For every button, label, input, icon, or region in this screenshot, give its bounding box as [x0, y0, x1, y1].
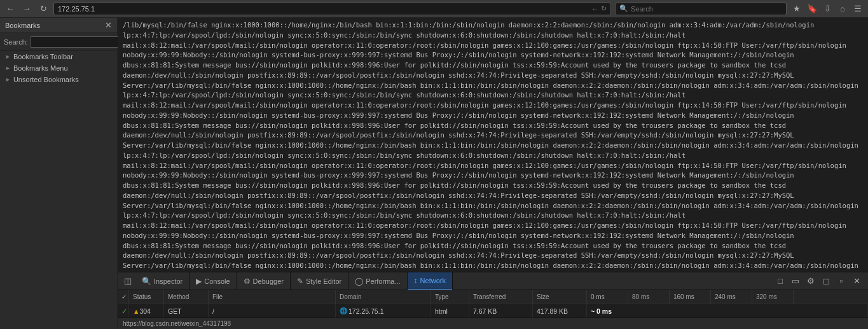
col-domain[interactable]: Domain: [336, 290, 431, 304]
col-check: ✓: [118, 290, 129, 304]
devtools-dock-button[interactable]: ◫: [120, 276, 135, 286]
row-file: /: [209, 304, 336, 318]
sidebar-item-bookmarks-toolbar[interactable]: ► Bookmarks Toolbar: [0, 51, 117, 62]
col-file[interactable]: File: [209, 290, 336, 304]
col-size-label: Size: [537, 293, 549, 300]
tab-debugger[interactable]: ⚙ Debugger: [237, 272, 291, 290]
globe-icon: 🌐: [340, 307, 347, 314]
devtools-close-button[interactable]: ✕: [850, 275, 863, 288]
tab-performance[interactable]: ◯ Performa...: [348, 272, 407, 290]
inspector-icon: 🔍: [142, 277, 151, 286]
warn-icon: ▲: [133, 307, 139, 315]
col-160ms-label: 160 ms: [673, 293, 694, 300]
menu-button[interactable]: ☰: [851, 3, 864, 15]
col-method[interactable]: Method: [164, 290, 209, 304]
col-240ms-label: 240 ms: [715, 293, 736, 300]
domain-value: 172.25.75.1: [348, 307, 383, 315]
col-320ms: 320 ms: [752, 290, 794, 304]
timing-value: ~ 0 ms: [591, 307, 612, 315]
file-value: /: [212, 307, 214, 315]
devtools-settings-button[interactable]: ⚙: [804, 275, 817, 288]
col-80ms-label: 80 ms: [632, 293, 649, 300]
sidebar-item-label: Unsorted Bookmarks: [13, 76, 79, 83]
devtools-tab-bar: ◫ 🔍 Inspector ▶ Console ⚙ Debugger ✎ Sty…: [118, 272, 868, 290]
reload-button[interactable]: ↻: [37, 3, 50, 15]
col-domain-label: Domain: [340, 293, 361, 300]
method-value: GET: [168, 307, 182, 315]
col-type[interactable]: Type: [431, 290, 469, 304]
expand-arrow-icon: ►: [5, 76, 11, 83]
row-check: ✓: [118, 304, 129, 318]
home-button[interactable]: ⌂: [836, 3, 849, 15]
tab-style-editor-label: Style Editor: [306, 277, 341, 285]
col-size[interactable]: Size: [533, 290, 587, 304]
row-size: 417.89 KB: [533, 304, 587, 318]
status-code: 304: [139, 307, 151, 315]
console-icon: ▶: [196, 277, 202, 286]
search-bar[interactable]: 🔍: [615, 3, 787, 15]
col-status[interactable]: Status: [129, 290, 164, 304]
sidebar-header: Bookmarks ✕: [0, 18, 117, 33]
url-text: 172.25.75.1: [58, 5, 589, 13]
col-240ms: 240 ms: [711, 290, 752, 304]
row-status: ▲ 304: [129, 304, 164, 318]
row-method: GET: [164, 304, 209, 318]
tab-console[interactable]: ▶ Console: [189, 272, 237, 290]
tab-performance-label: Performa...: [366, 277, 400, 285]
search-input[interactable]: [631, 5, 782, 13]
debugger-icon: ⚙: [244, 277, 251, 286]
col-file-label: File: [212, 293, 223, 300]
tab-inspector-label: Inspector: [154, 277, 183, 285]
tab-console-label: Console: [204, 277, 230, 285]
star-button[interactable]: ★: [790, 3, 803, 15]
status-bar: https://blog.csdn.net/weixin_44317198: [118, 318, 868, 329]
size-value: 417.89 KB: [537, 307, 568, 315]
sidebar-item-label: Bookmarks Menu: [13, 64, 68, 72]
style-editor-icon: ✎: [297, 277, 303, 286]
network-row[interactable]: ✓ ▲ 304 GET / 🌐 172.25.75.1 html 7.67 KB: [118, 304, 868, 318]
content-area: Bookmarks ✕ Search: 🔍 ► Bookmarks Toolba…: [0, 18, 868, 329]
main-content: /lib/mysql:/bin/false nginx:x:1000:1000:…: [118, 18, 868, 329]
sidebar-close-button[interactable]: ✕: [105, 20, 112, 30]
col-transferred[interactable]: Transferred: [469, 290, 533, 304]
sidebar-search-bar: Search: 🔍: [0, 33, 117, 51]
devtools-screenshot-button[interactable]: □: [774, 275, 787, 288]
devtools-actions: □ ▭ ⚙ ◻ ▫ ✕: [771, 275, 865, 288]
tab-network[interactable]: ↕ Network: [408, 272, 453, 290]
browser-toolbar: ← → ↻ 172.25.75.1 ← ↻ 🔍 ★ 🔖 ⇩ ⌂ ☰: [0, 0, 868, 18]
sidebar-item-unsorted-bookmarks[interactable]: ► Unsorted Bookmarks: [0, 74, 117, 85]
sidebar-search-input[interactable]: [31, 36, 125, 48]
col-status-label: Status: [133, 293, 151, 300]
transferred-value: 7.67 KB: [473, 307, 497, 315]
back-button[interactable]: ←: [4, 3, 17, 15]
col-320ms-label: 320 ms: [756, 293, 777, 300]
devtools-responsive-button[interactable]: ▭: [789, 275, 802, 288]
tab-inspector[interactable]: 🔍 Inspector: [135, 272, 189, 290]
col-method-label: Method: [168, 293, 189, 300]
forward-button[interactable]: →: [20, 3, 33, 15]
expand-arrow-icon: ►: [5, 65, 11, 71]
devtools-undock-button[interactable]: ▫: [835, 275, 848, 288]
tab-style-editor[interactable]: ✎ Style Editor: [291, 272, 348, 290]
row-timing: ~ 0 ms: [587, 304, 868, 318]
col-check-label: ✓: [121, 293, 127, 300]
sidebar-search-label: Search:: [4, 38, 28, 46]
url-bar[interactable]: 172.25.75.1 ← ↻: [53, 3, 611, 15]
expand-arrow-icon: ►: [5, 53, 11, 60]
refresh-icon: ↻: [601, 4, 607, 13]
row-type: html: [431, 304, 469, 318]
network-icon: ↕: [414, 276, 418, 285]
devtools-maximize-button[interactable]: ◻: [820, 275, 832, 288]
search-icon: 🔍: [619, 4, 628, 13]
col-transferred-label: Transferred: [473, 293, 506, 300]
type-value: html: [435, 307, 448, 315]
sidebar-item-bookmarks-menu[interactable]: ► Bookmarks Menu: [0, 62, 117, 74]
status-url-preview: https://blog.csdn.net/weixin_44317198: [123, 320, 231, 327]
row-domain: 🌐 172.25.75.1: [336, 304, 431, 318]
bookmark-button[interactable]: 🔖: [806, 3, 818, 15]
col-type-label: Type: [435, 293, 449, 300]
download-button[interactable]: ⇩: [821, 3, 834, 15]
sidebar-title: Bookmarks: [5, 22, 40, 29]
row-transferred: 7.67 KB: [469, 304, 533, 318]
performance-icon: ◯: [355, 277, 363, 286]
